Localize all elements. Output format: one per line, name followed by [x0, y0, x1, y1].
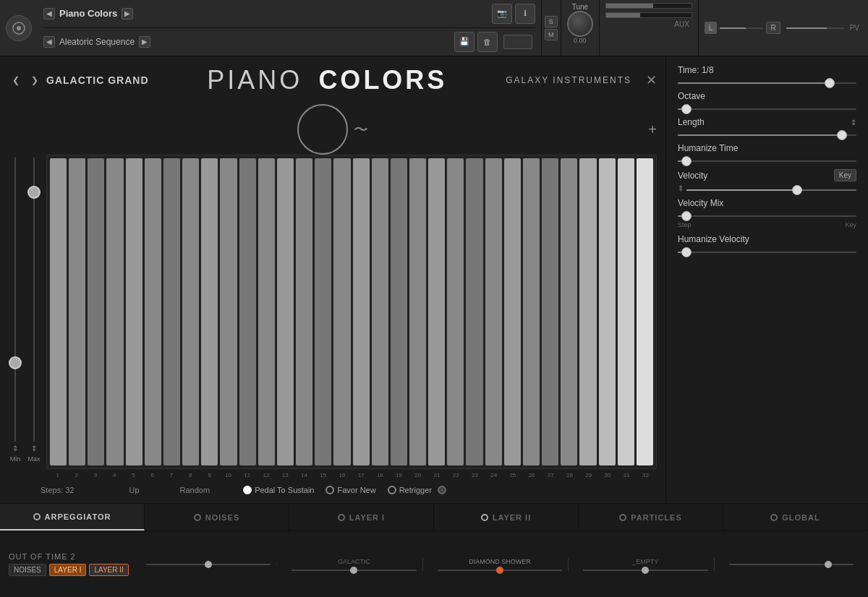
s-button[interactable]: S [545, 16, 558, 27]
step-bar-1[interactable] [50, 158, 67, 465]
step-col-18[interactable] [372, 158, 388, 465]
empty-slider[interactable] [583, 570, 707, 571]
global-slider[interactable] [729, 564, 854, 565]
step-bar-20[interactable] [409, 158, 426, 465]
prev-preset-button[interactable]: ❮ [9, 73, 23, 87]
next-preset-button[interactable]: ❯ [27, 73, 42, 87]
step-bar-4[interactable] [106, 158, 123, 465]
step-bar-10[interactable] [220, 158, 237, 465]
step-bar-25[interactable] [504, 158, 521, 465]
step-col-9[interactable] [201, 158, 218, 465]
step-bar-9[interactable] [201, 158, 218, 465]
step-col-15[interactable] [315, 158, 331, 465]
step-col-24[interactable] [485, 158, 502, 465]
tab-layer2[interactable]: LAYER II [434, 504, 579, 531]
max-slider-track[interactable] [33, 158, 35, 442]
tab-power-arpeggiator[interactable] [33, 513, 41, 520]
step-col-14[interactable] [296, 158, 312, 465]
step-bar-27[interactable] [542, 158, 558, 465]
galactic-slider[interactable] [292, 570, 416, 571]
octave-slider[interactable] [678, 108, 856, 110]
step-bar-19[interactable] [391, 158, 407, 465]
step-col-21[interactable] [428, 158, 445, 465]
tune-knob[interactable] [567, 11, 593, 37]
step-bar-22[interactable] [447, 158, 464, 465]
step-col-19[interactable] [391, 158, 407, 465]
diamond-slider[interactable] [438, 570, 562, 571]
pedal-radio-circle[interactable] [243, 486, 252, 494]
step-bar-31[interactable] [618, 158, 634, 465]
m-button[interactable]: M [545, 29, 558, 40]
tab-arpeggiator[interactable]: ARPEGGIATOR [0, 504, 145, 531]
tab-particles[interactable]: PARTICLES [579, 504, 723, 531]
humanize-time-slider[interactable] [678, 160, 856, 162]
step-bar-6[interactable] [145, 158, 161, 465]
length-arrows[interactable]: ⇕ [851, 119, 856, 126]
step-col-13[interactable] [277, 158, 294, 465]
step-col-2[interactable] [69, 158, 85, 465]
step-col-6[interactable] [145, 158, 161, 465]
noises-tag[interactable]: NOISES [9, 564, 46, 576]
key-badge[interactable]: Key [834, 169, 856, 181]
step-bar-3[interactable] [88, 158, 104, 465]
preset-nav-right[interactable]: ▶ [139, 36, 150, 48]
step-bar-26[interactable] [523, 158, 540, 465]
save-icon[interactable]: 💾 [454, 32, 475, 52]
step-bar-21[interactable] [428, 158, 445, 465]
step-col-3[interactable] [88, 158, 104, 465]
step-bar-23[interactable] [466, 158, 482, 465]
add-button[interactable]: + [648, 121, 657, 138]
step-bar-11[interactable] [239, 158, 256, 465]
step-col-27[interactable] [542, 158, 558, 465]
tab-power-global[interactable] [770, 514, 778, 521]
step-col-12[interactable] [258, 158, 275, 465]
nav-arrow-left[interactable]: ◀ [43, 8, 55, 20]
layer2-tag[interactable]: LAYER II [89, 564, 128, 576]
step-bar-29[interactable] [579, 158, 596, 465]
step-bar-12[interactable] [258, 158, 275, 465]
step-col-8[interactable] [182, 158, 199, 465]
step-col-26[interactable] [523, 158, 540, 465]
step-col-23[interactable] [466, 158, 482, 465]
tab-power-noises[interactable] [194, 514, 201, 521]
humanize-velocity-slider[interactable] [678, 252, 856, 253]
step-bar-15[interactable] [315, 158, 331, 465]
step-bar-14[interactable] [296, 158, 312, 465]
velocity-mix-slider[interactable] [678, 215, 856, 217]
close-button[interactable]: ✕ [646, 72, 657, 88]
step-bar-24[interactable] [485, 158, 502, 465]
step-col-22[interactable] [447, 158, 464, 465]
noises-slider[interactable] [146, 564, 271, 565]
step-col-31[interactable] [618, 158, 634, 465]
step-col-30[interactable] [599, 158, 616, 465]
tab-power-particles[interactable] [619, 514, 626, 521]
logo-icon[interactable] [6, 15, 32, 41]
step-col-1[interactable] [50, 158, 67, 465]
max-arrow[interactable]: ⇕ [31, 444, 37, 452]
camera-icon[interactable]: 📷 [492, 4, 512, 24]
tab-power-layer1[interactable] [338, 514, 345, 521]
r-button[interactable]: R [766, 22, 780, 34]
velocity-slider[interactable] [686, 189, 856, 191]
step-bar-7[interactable] [163, 158, 180, 465]
time-slider[interactable] [678, 82, 856, 84]
step-bar-8[interactable] [182, 158, 199, 465]
step-bar-30[interactable] [599, 158, 616, 465]
favor-radio-circle[interactable] [326, 486, 334, 494]
tab-global[interactable]: GLOBAL [723, 504, 868, 531]
step-bar-18[interactable] [372, 158, 388, 465]
tab-layer1[interactable]: LAYER I [289, 504, 434, 531]
velocity-arrows[interactable]: ⇕ [678, 184, 684, 192]
step-col-32[interactable] [637, 158, 653, 465]
retrigger-radio-circle[interactable] [388, 486, 396, 494]
nav-arrow-right[interactable]: ▶ [122, 8, 133, 20]
step-col-20[interactable] [409, 158, 426, 465]
layer1-tag[interactable]: LAYER I [49, 564, 87, 576]
step-bar-2[interactable] [69, 158, 85, 465]
step-col-5[interactable] [126, 158, 142, 465]
step-col-28[interactable] [561, 158, 577, 465]
tab-noises[interactable]: NOISES [145, 504, 289, 531]
step-col-7[interactable] [163, 158, 180, 465]
step-bar-13[interactable] [277, 158, 294, 465]
info-icon[interactable]: ℹ [515, 4, 535, 24]
